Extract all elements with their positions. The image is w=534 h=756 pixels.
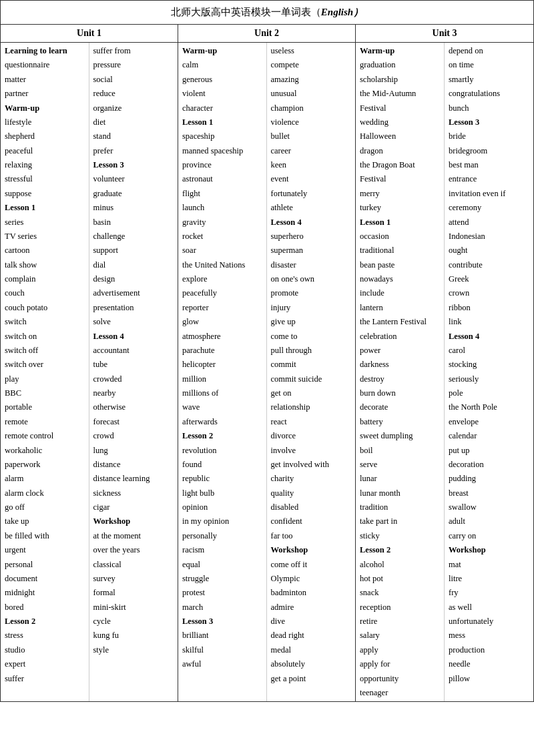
word-item: flight bbox=[182, 187, 262, 201]
word-item: millions of bbox=[182, 386, 262, 400]
word-item: entrance bbox=[449, 172, 529, 186]
word-item: distance bbox=[93, 458, 174, 472]
word-item: seriously bbox=[449, 372, 529, 386]
word-item: province bbox=[182, 158, 262, 172]
word-item: otherwise bbox=[93, 400, 174, 414]
word-item: alcohol bbox=[360, 558, 440, 572]
word-item: advertisement bbox=[93, 286, 174, 300]
word-item: distance learning bbox=[93, 472, 174, 486]
word-item: bored bbox=[5, 601, 85, 615]
word-item: generous bbox=[182, 73, 262, 87]
word-item: be filled with bbox=[5, 529, 85, 543]
word-item: switch off bbox=[5, 344, 85, 358]
word-item: commit suicide bbox=[271, 372, 352, 386]
word-item: come off it bbox=[271, 558, 352, 572]
word-item: alarm clock bbox=[5, 486, 85, 500]
word-item: Halloween bbox=[360, 129, 440, 143]
word-item: divorce bbox=[271, 429, 352, 443]
word-item: put up bbox=[449, 444, 529, 458]
word-item: couch bbox=[5, 286, 85, 300]
word-item: Workshop bbox=[449, 543, 529, 557]
word-item: march bbox=[182, 601, 262, 615]
word-item: at the moment bbox=[93, 529, 174, 543]
word-item: smartly bbox=[449, 73, 529, 87]
word-item: afterwards bbox=[182, 415, 262, 429]
word-item: take up bbox=[5, 514, 85, 528]
word-item: violence bbox=[271, 115, 352, 129]
word-item: complain bbox=[5, 272, 85, 286]
word-item: the United Nations bbox=[182, 258, 262, 272]
word-item: brilliant bbox=[182, 629, 262, 643]
word-item: republic bbox=[182, 472, 262, 486]
word-item: expert bbox=[5, 657, 85, 671]
word-item: link bbox=[449, 315, 529, 329]
title-row: 北师大版高中英语模块一单词表（English） bbox=[1, 1, 533, 25]
word-item: swallow bbox=[449, 500, 529, 514]
word-item: event bbox=[271, 172, 352, 186]
word-item: salary bbox=[360, 629, 440, 643]
word-item: formal bbox=[93, 586, 174, 600]
word-item: stocking bbox=[449, 358, 529, 372]
word-item: the Mid-Autumn bbox=[360, 87, 440, 101]
word-item: decoration bbox=[449, 458, 529, 472]
word-item: gravity bbox=[182, 216, 262, 230]
unit3-subcol2: depend onon timesmartlycongratulationsbu… bbox=[445, 43, 533, 701]
word-item: studio bbox=[5, 643, 85, 657]
word-item: admire bbox=[271, 601, 352, 615]
word-item: battery bbox=[360, 415, 440, 429]
word-item: fry bbox=[449, 586, 529, 600]
word-item: burn down bbox=[360, 386, 440, 400]
word-item: disaster bbox=[271, 258, 352, 272]
word-item: pole bbox=[449, 386, 529, 400]
word-item: personally bbox=[182, 529, 262, 543]
word-item: questionnaire bbox=[5, 58, 85, 72]
word-item: keen bbox=[271, 158, 352, 172]
word-item: cartoon bbox=[5, 244, 85, 258]
word-item: Workshop bbox=[271, 543, 352, 557]
word-item: stress bbox=[5, 629, 85, 643]
word-item: classical bbox=[93, 558, 174, 572]
unit3-subcol1: Warm-upgraduationscholarshipthe Mid-Autu… bbox=[356, 43, 445, 701]
word-item: kung fu bbox=[93, 629, 174, 643]
word-item: launch bbox=[182, 201, 262, 215]
word-item: Warm-up bbox=[360, 44, 440, 58]
word-item: traditional bbox=[360, 244, 440, 258]
word-item: pudding bbox=[449, 472, 529, 486]
unit1-col: Learning to learnquestionnairematterpart… bbox=[1, 43, 178, 701]
word-item: teenager bbox=[360, 686, 440, 700]
word-item: talk show bbox=[5, 258, 85, 272]
word-item: crown bbox=[449, 286, 529, 300]
word-item: suffer from bbox=[93, 44, 174, 58]
word-item: stressful bbox=[5, 172, 85, 186]
word-item: pressure bbox=[93, 58, 174, 72]
word-item: accountant bbox=[93, 344, 174, 358]
word-item: crowd bbox=[93, 429, 174, 443]
word-item: awful bbox=[182, 657, 262, 671]
word-item: breast bbox=[449, 486, 529, 500]
word-item: unusual bbox=[271, 87, 352, 101]
word-item: absolutely bbox=[271, 657, 352, 671]
word-item: mat bbox=[449, 558, 529, 572]
word-item: litre bbox=[449, 572, 529, 586]
word-item: personal bbox=[5, 558, 85, 572]
word-item: envelope bbox=[449, 415, 529, 429]
word-item: hot pot bbox=[360, 572, 440, 586]
word-item: quality bbox=[271, 486, 352, 500]
word-item: Festival bbox=[360, 172, 440, 186]
title-chinese: 北师大版高中英语模块一单词表（ bbox=[171, 7, 321, 17]
word-item: the North Pole bbox=[449, 400, 529, 414]
word-item: lung bbox=[93, 444, 174, 458]
word-item: turkey bbox=[360, 201, 440, 215]
word-item: BBC bbox=[5, 386, 85, 400]
word-item: sticky bbox=[360, 529, 440, 543]
word-item: suppose bbox=[5, 187, 85, 201]
word-item: astronaut bbox=[182, 172, 262, 186]
word-item: unfortunately bbox=[449, 615, 529, 629]
word-item: switch over bbox=[5, 358, 85, 372]
word-item: equal bbox=[182, 558, 262, 572]
word-item: presentation bbox=[93, 301, 174, 315]
word-item: lantern bbox=[360, 301, 440, 315]
word-item: reception bbox=[360, 601, 440, 615]
word-item: remote bbox=[5, 415, 85, 429]
word-item bbox=[93, 659, 174, 660]
